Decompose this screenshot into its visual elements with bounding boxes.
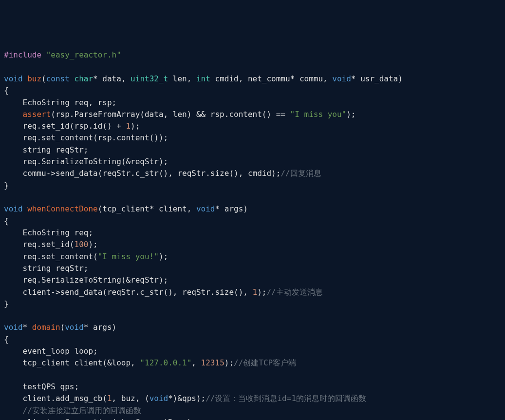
token-num: 100: [75, 240, 89, 249]
token-fn: domain: [32, 323, 60, 332]
token-pl: (: [60, 323, 65, 332]
token-fn: whenConnectDone: [27, 204, 98, 213]
code-line: client->send_data(reqStr.c_str(), reqStr…: [4, 286, 501, 298]
token-num: 1: [107, 394, 112, 403]
token-pl: (: [41, 74, 46, 83]
token-num: 1: [253, 287, 258, 297]
code-line: string reqStr;: [4, 144, 501, 156]
token-pl: {: [4, 335, 9, 344]
code-line: event_loop loop;: [4, 345, 501, 357]
code-block: #include "easy_reactor.h" void buz(const…: [4, 49, 501, 420]
token-pl: );: [346, 110, 355, 119]
code-line: {: [4, 215, 501, 227]
code-line: commu->send_data(reqStr.c_str(), reqStr.…: [4, 168, 501, 179]
code-line: void buz(const char* data, uint32_t len,…: [4, 73, 501, 85]
token-pl: );: [159, 252, 168, 261]
code-line: EchoString req, rsp;: [4, 97, 501, 109]
token-kw: const: [46, 74, 75, 83]
code-line: {: [4, 85, 501, 96]
code-line: tcp_client client(&loop, "127.0.0.1", 12…: [4, 357, 501, 369]
token-pl: commu->send_data(reqStr.c_str(), reqStr.…: [4, 169, 281, 178]
token-pl: [4, 406, 23, 415]
token-pl: req.set_id(rsp.id() +: [4, 121, 126, 131]
token-pl: );: [131, 121, 140, 131]
token-fn: assert: [23, 110, 51, 119]
token-fn: buz: [27, 74, 41, 83]
code-line: void* domain(void* args): [4, 322, 501, 333]
token-pl: , buz, (: [112, 394, 150, 403]
token-type: uint32_t: [131, 74, 168, 83]
code-line: }: [4, 180, 501, 191]
token-pl: client.onConnection(whenConnectDone);: [4, 418, 196, 420]
code-line: testQPS qps;: [4, 381, 501, 393]
token-pl: * args): [215, 204, 248, 213]
token-pl: * args): [84, 323, 116, 332]
token-pl: client->send_data(reqStr.c_str(), reqStr…: [4, 287, 253, 297]
token-pl: len,: [168, 74, 196, 83]
code-line: req.set_content(rsp.content());: [4, 132, 501, 144]
token-pl: );: [88, 240, 97, 249]
token-pl: (rsp.ParseFromArray(data, len) && rsp.co…: [51, 110, 290, 119]
code-line: EchoString req;: [4, 227, 501, 239]
code-line: client.onConnection(whenConnectDone);: [4, 417, 501, 420]
token-cmt: //设置：当收到消息id=1的消息时的回调函数: [206, 394, 366, 403]
token-pl: EchoString req, rsp;: [4, 98, 116, 107]
code-line: [4, 310, 501, 322]
token-pl: {: [4, 216, 9, 226]
token-kw: void: [4, 74, 27, 83]
code-line: string reqStr;: [4, 263, 501, 274]
token-type: char: [75, 74, 94, 83]
token-pl: }: [4, 299, 9, 308]
token-pl: tcp_client client(&loop,: [4, 358, 140, 367]
token-pp: #include: [4, 50, 46, 59]
token-pl: req.set_content(rsp.content());: [4, 133, 168, 142]
token-str: "I miss you": [290, 110, 347, 119]
token-cmt: //创建TCP客户端: [234, 358, 296, 367]
token-pl: }: [4, 181, 9, 190]
token-pl: req.set_content(: [4, 252, 98, 261]
token-pl: event_loop loop;: [4, 346, 98, 356]
token-pl: req.SerializeToString(&reqStr);: [4, 275, 168, 285]
code-line: req.SerializeToString(&reqStr);: [4, 156, 501, 168]
token-pl: ,: [191, 358, 201, 367]
token-pl: string reqStr;: [4, 145, 88, 154]
token-kw: void: [196, 204, 215, 213]
code-line: #include "easy_reactor.h": [4, 49, 501, 61]
code-line: req.SerializeToString(&reqStr);: [4, 274, 501, 286]
token-pl: (tcp_client* client,: [98, 204, 196, 213]
token-kw: void: [4, 323, 23, 332]
token-pl: [4, 110, 23, 119]
code-line: //安装连接建立后调用的回调函数: [4, 405, 501, 417]
token-type: int: [196, 74, 210, 83]
code-line: client.add_msg_cb(1, buz, (void*)&qps);/…: [4, 393, 501, 404]
token-num: 12315: [201, 358, 224, 367]
token-pl: {: [4, 86, 9, 95]
token-str: "easy_reactor.h": [46, 50, 121, 59]
token-cmt: //主动发送消息: [266, 287, 322, 297]
token-pl: EchoString req;: [4, 228, 93, 237]
code-line: {: [4, 334, 501, 345]
token-kw: void: [65, 323, 84, 332]
token-pl: req.SerializeToString(&reqStr);: [4, 157, 168, 166]
token-pl: );: [224, 358, 234, 367]
token-cmt: //安装连接建立后调用的回调函数: [23, 406, 141, 415]
token-pl: * usr_data): [351, 74, 403, 83]
token-num: 1: [126, 121, 131, 131]
code-line: req.set_content("I miss you!");: [4, 251, 501, 263]
code-line: [4, 369, 501, 381]
token-pl: client.add_msg_cb(: [4, 394, 107, 403]
token-kw: void: [332, 74, 351, 83]
code-line: void whenConnectDone(tcp_client* client,…: [4, 203, 501, 215]
token-pl: testQPS qps;: [4, 382, 79, 391]
token-pl: *)&qps);: [168, 394, 206, 403]
token-kw: void: [150, 394, 168, 403]
code-line: }: [4, 298, 501, 310]
token-cmt: //回复消息: [281, 169, 321, 178]
token-kw: void: [4, 204, 27, 213]
code-line: req.set_id(100);: [4, 239, 501, 250]
token-pl: *: [23, 323, 32, 332]
token-pl: * data,: [93, 74, 131, 83]
token-str: "I miss you!": [98, 252, 159, 261]
token-pl: cmdid, net_commu* commu,: [210, 74, 332, 83]
code-line: [4, 191, 501, 203]
